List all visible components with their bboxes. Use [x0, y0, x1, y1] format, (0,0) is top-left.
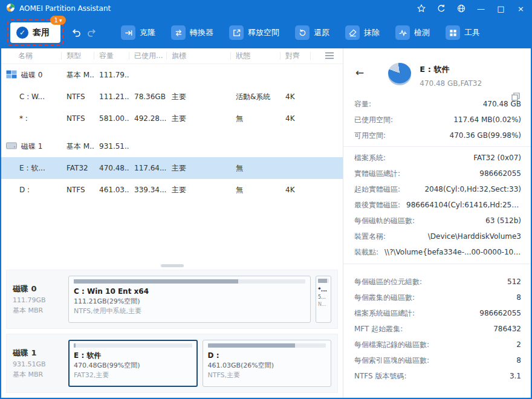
detail-row: 每個檔案記錄的磁區數:2	[343, 337, 531, 352]
close-button[interactable]: ×	[511, 0, 531, 17]
pane-splitter	[1, 261, 343, 270]
wipe-icon	[345, 25, 360, 40]
globe-icon[interactable]	[451, 0, 471, 17]
detail-row: 裝置名稱:\Device\HarddiskVolume3	[343, 229, 531, 244]
toolbar: ✓ 套用 1 ▼ 克隆 轉換器 釋放空間	[1, 17, 531, 48]
back-icon[interactable]: ←	[355, 68, 364, 78]
table-row-disk1[interactable]: 磁碟 1 基本 M... 931.51...	[1, 135, 343, 157]
detail-row: 可用空間:470.36 GB(99.98%)	[343, 128, 531, 143]
chevron-down-icon: ▼	[59, 19, 62, 22]
detect-icon	[395, 25, 410, 40]
detail-row: 容量:470.48 GB	[343, 96, 531, 112]
star-icon[interactable]	[411, 0, 431, 17]
titlebar: AOMEI Partition Assistant — □ ×	[1, 0, 531, 17]
col-header-align[interactable]: 對齊	[281, 52, 311, 60]
disk-style: 基本 MBR	[13, 306, 62, 315]
disk-list-pane: 名稱 類型 容量 已使用... 旗標 狀態 對齊 磁碟 0 基本 M... 11…	[1, 48, 343, 398]
partition-bar-e[interactable]: E : 软件 470.48GB(99%空間) FAT32,主要	[68, 340, 198, 387]
tools-grid-icon	[446, 25, 460, 40]
row-name: * :	[19, 114, 28, 123]
divider	[343, 146, 531, 147]
detail-row: 每個磁軌的磁區數:63 (512b)	[343, 213, 531, 229]
row-name: E : 软...	[19, 163, 45, 174]
tools-button[interactable]: 工具	[438, 21, 488, 45]
table-header: 名稱 類型 容量 已使用... 旗標 狀態 對齊	[1, 48, 343, 64]
check-icon: ✓	[16, 27, 28, 39]
disk-map-1: 磁碟 1 931.51GB 基本 MBR E : 软件 470.48GB(99%…	[6, 334, 338, 393]
disk-map-0: 磁碟 0 111.79GB 基本 MBR C : Win 10 Ent x64 …	[6, 270, 338, 329]
col-header-used[interactable]: 已使用...	[129, 52, 167, 60]
view-options-icon[interactable]	[325, 52, 334, 60]
restore-button[interactable]: 還原	[287, 21, 337, 45]
detail-row: MFT 起始叢集:786432	[343, 321, 531, 337]
disk-style: 基本 MBR	[13, 370, 62, 379]
apply-button[interactable]: ✓ 套用	[10, 22, 60, 43]
restore-icon	[295, 25, 310, 40]
apply-label: 套用	[33, 27, 50, 38]
table-row-c[interactable]: C : W... NTFS 111.21... 78.36GB 主要 活動&系統…	[1, 86, 343, 108]
usage-meter	[208, 343, 326, 348]
wipe-button[interactable]: 抹除	[337, 21, 388, 45]
app-window: AOMEI Partition Assistant — □ × ✓ 套用 1	[0, 0, 532, 399]
undo-icon	[71, 28, 82, 37]
hard-drive-icon	[6, 142, 17, 151]
disk-name: 磁碟 1	[13, 348, 62, 358]
row-name: C : W...	[19, 92, 45, 101]
col-header-capacity[interactable]: 容量	[94, 52, 129, 60]
free-space-button[interactable]: 釋放空間	[221, 21, 287, 45]
detail-rows: 容量:470.48 GB 已使用空間:117.64 MB(0.02%) 可用空間…	[343, 94, 531, 384]
usage-meter	[74, 279, 305, 284]
detail-row: 每個磁區的位元組數:512	[343, 274, 531, 290]
col-header-type[interactable]: 類型	[62, 52, 94, 60]
app-logo-icon	[6, 3, 15, 14]
convert-icon	[171, 25, 186, 40]
undo-button[interactable]	[68, 24, 84, 42]
detail-row: 每個叢集的磁區數:8	[343, 290, 531, 305]
col-header-flag[interactable]: 旗標	[167, 52, 231, 60]
window-title: AOMEI Partition Assistant	[19, 4, 111, 13]
detail-row: 檔案系統磁區總計:986662055	[343, 305, 531, 321]
disk-size: 111.79GB	[13, 296, 62, 304]
redo-button[interactable]	[84, 24, 100, 42]
disk-name: 磁碟 0	[13, 284, 62, 294]
usage-meter	[318, 279, 329, 283]
disk-map-area: 磁碟 0 111.79GB 基本 MBR C : Win 10 Ent x64 …	[1, 270, 343, 398]
table-row-disk0[interactable]: 磁碟 0 基本 M... 111.79...	[1, 64, 343, 86]
table-row-d[interactable]: D : NTFS 461.03... 339.34... 主要 無 4K	[1, 179, 343, 201]
partition-subtitle: 470.48 GB,FAT32	[420, 79, 482, 88]
row-name: D :	[19, 186, 30, 194]
partition-pie-icon	[388, 63, 411, 83]
col-header-name[interactable]: 名稱	[1, 52, 62, 60]
refresh-icon[interactable]	[431, 0, 451, 17]
copy-icon[interactable]	[511, 92, 520, 103]
detail-row: 已使用空間:117.64 MB(0.02%)	[343, 112, 531, 128]
free-space-icon	[229, 25, 244, 40]
detail-row: 實體磁區總計:986662055	[343, 166, 531, 181]
partition-bar-recovery[interactable]: *... 5... N...	[316, 276, 331, 323]
usage-meter	[74, 343, 192, 348]
splitter-handle[interactable]	[161, 264, 184, 267]
check-disk-button[interactable]: 檢測	[388, 21, 438, 45]
pending-operations-badge[interactable]: 1 ▼	[50, 16, 66, 25]
minimize-button[interactable]: —	[471, 0, 491, 17]
detail-row: 檔案系統:FAT32 (0x07)	[343, 150, 531, 166]
badge-count: 1	[54, 17, 58, 24]
partition-detail-pane: ← E : 软件 470.48 GB,FAT32 容量:470.48 GB 已使…	[343, 48, 531, 398]
disk-size: 931.51GB	[13, 360, 62, 368]
table-row-star[interactable]: * : NTFS 581.00... 492.28... 主要 無 4K	[1, 108, 343, 129]
detail-row: 起始實體磁區:2048(Cyl:0,Hd:32,Sect:33)	[343, 181, 531, 197]
clone-icon	[121, 25, 135, 40]
detail-row: 每個索引區塊的磁區數:8	[343, 352, 531, 368]
partition-bar-d[interactable]: D : 461.03GB(26%空間) NTFS,主要	[203, 340, 332, 387]
disk-partition-icon	[6, 70, 17, 80]
maximize-button[interactable]: □	[491, 0, 511, 17]
converter-button[interactable]: 轉換器	[163, 21, 221, 45]
col-header-status[interactable]: 狀態	[231, 52, 281, 60]
redo-icon	[86, 28, 97, 37]
partition-title: E : 软件	[420, 64, 482, 75]
apply-highlight-annotation: ✓ 套用 1 ▼	[7, 19, 63, 46]
partition-bar-c[interactable]: C : Win 10 Ent x64 111.21GB(29%空間) NTFS,…	[68, 276, 311, 323]
table-row-e[interactable]: E : 软... FAT32 470.48... 117.64... 主要 無	[1, 157, 343, 179]
row-name: 磁碟 0	[21, 70, 42, 80]
clone-button[interactable]: 克隆	[113, 21, 163, 45]
